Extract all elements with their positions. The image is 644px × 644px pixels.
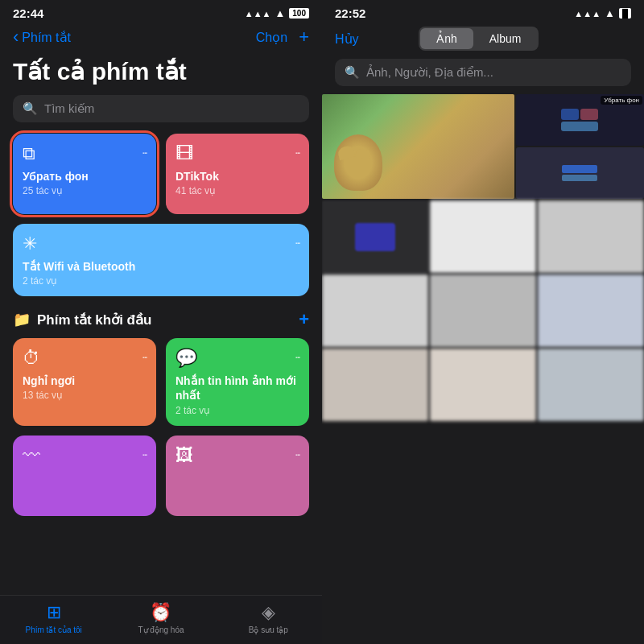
photo-blurred-5[interactable] xyxy=(430,275,536,347)
right-status-icons: ▲▲▲ ▲ █ xyxy=(574,7,631,19)
grid-icon: ⊞ xyxy=(47,602,61,623)
right-status-bar: 22:52 ▲▲▲ ▲ █ xyxy=(322,0,644,23)
photo-screenshot-2[interactable] xyxy=(516,147,644,199)
section-title: Phím tắt khởi đầu xyxy=(37,312,151,328)
photo-blurred-3[interactable] xyxy=(538,200,644,273)
shortcut-card-rest[interactable]: ⏱ Nghỉ ngơi 13 tác vụ xyxy=(13,338,156,425)
card-more-msg[interactable] xyxy=(295,348,299,365)
film-icon: 🎞 xyxy=(175,143,193,164)
search-icon: 🔍 xyxy=(23,101,38,116)
bottom-nav-automation[interactable]: ⏰ Tự động hóa xyxy=(107,602,214,634)
left-status-icons: ▲▲▲ ▲ 100 xyxy=(245,7,309,19)
photo-screenshot-shortcuts[interactable]: Убрать фон xyxy=(516,94,644,146)
section-header: 📁 Phím tắt khởi đầu + xyxy=(0,296,322,338)
shortcut-card-wifi[interactable]: ✳ Tắt Wifi và Bluetooth 2 tác vụ xyxy=(13,224,309,296)
right-time: 22:52 xyxy=(335,6,365,20)
photo-blurred-8[interactable] xyxy=(430,349,536,421)
photo-blurred-4[interactable] xyxy=(322,275,428,347)
bottom-nav-label-my-shortcuts: Phím tắt của tôi xyxy=(25,625,81,634)
right-search-placeholder: Ảnh, Người, Địa điểm... xyxy=(366,65,493,80)
choose-button[interactable]: Chọn xyxy=(256,30,287,45)
card-more-rest[interactable] xyxy=(142,348,147,365)
photo-blurred-2[interactable] xyxy=(430,200,536,273)
card-title-2: DTikTok xyxy=(175,169,299,184)
card-more-1[interactable] xyxy=(142,143,147,160)
image-icon: 🖼 xyxy=(175,445,193,466)
card-more-wifi[interactable] xyxy=(295,233,299,250)
section-header-icon: 📁 Phím tắt khởi đầu xyxy=(13,311,151,328)
photo-row-2 xyxy=(322,200,644,273)
shortcut-card-dtiktok[interactable]: 🎞 DTikTok 41 tác vụ xyxy=(166,134,309,214)
layers-icon: ⧉ xyxy=(23,143,35,164)
clock-icon: ⏱ xyxy=(23,348,40,369)
shortcut-card-img[interactable]: 🖼 xyxy=(166,436,309,516)
left-time: 22:44 xyxy=(13,6,43,20)
right-panel: 22:52 ▲▲▲ ▲ █ Hủy Ảnh Album 🔍 Ảnh, Người… xyxy=(322,0,644,644)
photo-blurred-1[interactable] xyxy=(322,200,428,273)
section-add-button[interactable]: + xyxy=(299,309,309,330)
card-more-2[interactable] xyxy=(295,143,299,160)
photo-blurred-9[interactable] xyxy=(538,349,644,421)
chat-icon: 💬 xyxy=(175,348,197,369)
right-search-icon: 🔍 xyxy=(345,65,360,80)
photo-blurred-6[interactable] xyxy=(538,275,644,347)
nav-actions: Chọn + xyxy=(256,27,309,47)
card-subtitle-2: 41 tác vụ xyxy=(175,185,299,196)
card-top-rest: ⏱ xyxy=(23,348,147,369)
card-top-2: 🎞 xyxy=(175,143,299,164)
card-subtitle-msg: 2 tác vụ xyxy=(175,405,299,416)
cancel-button[interactable]: Hủy xyxy=(335,31,359,47)
photo-section: Убрать фон xyxy=(322,94,644,644)
card-more-wave[interactable] xyxy=(142,445,147,462)
card-more-img[interactable] xyxy=(295,445,299,462)
card-title-wifi: Tắt Wifi và Bluetooth xyxy=(23,259,299,274)
card-subtitle-1: 25 tác vụ xyxy=(23,185,147,196)
photo-row-3 xyxy=(322,275,644,347)
bottom-nav-label-automation: Tự động hóa xyxy=(138,625,184,634)
page-title: Tất cả phím tắt xyxy=(0,54,322,95)
shortcut-card-wave[interactable]: 〰 xyxy=(13,436,156,516)
search-bar[interactable]: 🔍 Tìm kiếm xyxy=(13,95,309,122)
card-top-wave: 〰 xyxy=(23,445,147,466)
automation-icon: ⏰ xyxy=(150,602,171,623)
wifi-card-wrapper: ✳ Tắt Wifi và Bluetooth 2 tác vụ xyxy=(0,214,322,296)
card-top-msg: 💬 xyxy=(175,348,299,369)
photo-row-4 xyxy=(322,349,644,421)
wifi-bt-icon: ✳ xyxy=(23,233,37,254)
bottom-nav-collections[interactable]: ◈ Bộ sưu tập xyxy=(215,602,322,634)
back-label: Phím tắt xyxy=(22,30,71,45)
photo-row-1: Убрать фон xyxy=(322,94,644,199)
shortcuts-grid-top: ⧉ Убрать фон 25 tác vụ 🎞 DTikTok 41 tác … xyxy=(0,134,322,214)
search-placeholder: Tìm kiếm xyxy=(44,101,94,116)
card-top-img: 🖼 xyxy=(175,445,299,466)
photo-blurred-7[interactable] xyxy=(322,349,428,421)
card-title-msg: Nhắn tin hình ảnh mới nhất xyxy=(175,374,299,402)
back-button[interactable]: Phím tắt xyxy=(13,27,71,47)
card-title-rest: Nghỉ ngơi xyxy=(23,374,147,388)
segment-photos[interactable]: Ảnh xyxy=(420,28,473,49)
folder-icon: 📁 xyxy=(13,311,31,328)
photo-quokka[interactable] xyxy=(322,94,514,199)
left-nav-bar: Phím tắt Chọn + xyxy=(0,23,322,54)
segment-control: Ảnh Album xyxy=(419,27,539,51)
left-status-bar: 22:44 ▲▲▲ ▲ 100 xyxy=(0,0,322,23)
bottom-nav-my-shortcuts[interactable]: ⊞ Phím tắt của tôi xyxy=(0,602,107,634)
photo-column-right: Убрать фон xyxy=(516,94,644,199)
segment-albums[interactable]: Album xyxy=(473,28,538,49)
card-subtitle-wifi: 2 tác vụ xyxy=(23,275,299,287)
card-top-wifi: ✳ xyxy=(23,233,299,254)
waveform-icon: 〰 xyxy=(23,445,40,466)
right-nav: Hủy Ảnh Album xyxy=(322,23,644,59)
shortcut-card-msg[interactable]: 💬 Nhắn tin hình ảnh mới nhất 2 tác vụ xyxy=(166,338,309,425)
left-panel: 22:44 ▲▲▲ ▲ 100 Phím tắt Chọn + Tất cả p… xyxy=(0,0,322,644)
bottom-nav-label-collections: Bộ sưu tập xyxy=(249,625,288,634)
card-top-1: ⧉ xyxy=(23,143,147,164)
right-search-bar[interactable]: 🔍 Ảnh, Người, Địa điểm... xyxy=(335,59,631,86)
overlay-label-shortcuts: Убрать фон xyxy=(601,96,642,105)
bottom-nav: ⊞ Phím tắt của tôi ⏰ Tự động hóa ◈ Bộ sư… xyxy=(0,595,322,644)
card-subtitle-rest: 13 tác vụ xyxy=(23,390,147,401)
card-title-1: Убрать фон xyxy=(23,169,147,184)
add-shortcut-button[interactable]: + xyxy=(299,27,309,47)
collections-icon: ◈ xyxy=(262,602,275,623)
shortcut-card-ubraty[interactable]: ⧉ Убрать фон 25 tác vụ xyxy=(13,134,156,214)
